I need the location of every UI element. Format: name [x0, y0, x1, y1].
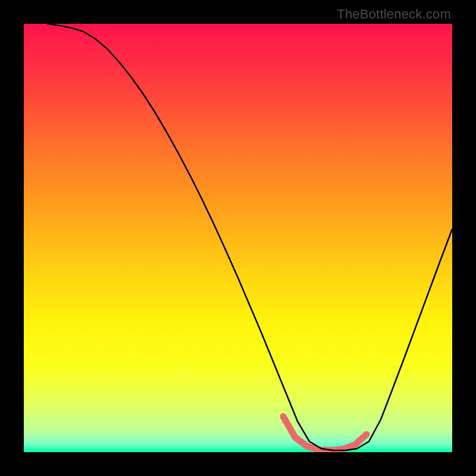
chart-svg: [24, 24, 452, 452]
watermark-text: TheBottleneck.com: [337, 7, 451, 22]
black-curve-path: [48, 24, 452, 450]
highlight-trough-path: [283, 416, 367, 450]
chart-frame: TheBottleneck.com: [0, 0, 476, 476]
plot-area: [24, 24, 452, 452]
